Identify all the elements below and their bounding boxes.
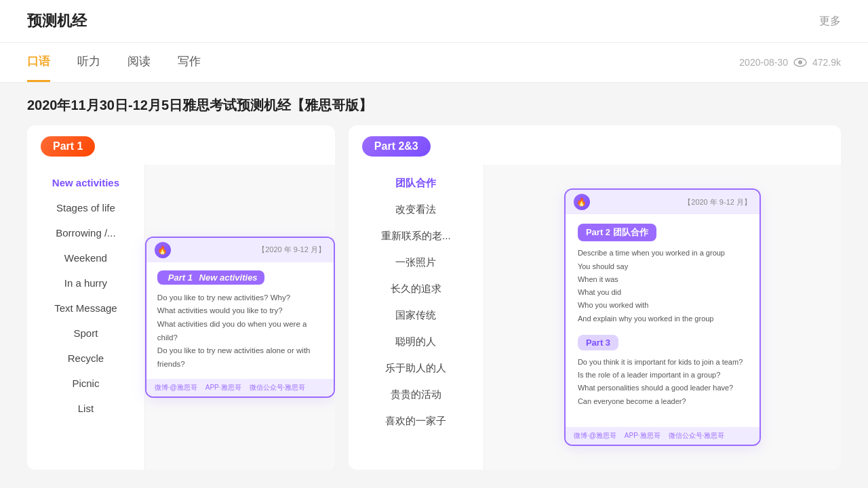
tab-writing[interactable]: 写作 (178, 43, 201, 82)
part23-wrapper: Part 2&3 团队合作 改变看法 重新联系的老... 一张照片 长久的追求 … (349, 125, 841, 470)
part23-card-date: 【2020 年 9-12 月】 (684, 197, 751, 207)
part1-card-body: Part 1 New activities Do you like to try… (146, 262, 334, 379)
card-flame-icon: 🔥 (155, 242, 171, 258)
part23-card-top: 🔥 【2020 年 9-12 月】 (566, 190, 760, 214)
part1-header: Part 1 (27, 125, 335, 165)
part3-questions: Do you think it is important for kids to… (578, 356, 747, 408)
tabs-meta: 2020-08-30 472.9k (739, 57, 841, 68)
sidebar-item-text-message[interactable]: Text Message (27, 296, 144, 321)
page-title: 预测机经 (27, 11, 87, 31)
part23-card-footer: 微博·@雅思哥 APP·雅思哥 微信公众号·雅思哥 (566, 427, 760, 445)
part1-card-label: Part 1 New activities (157, 270, 264, 285)
part1-body: New activities Stages of life Borrowing … (27, 165, 335, 470)
part1-preview-card: 🔥 【2020 年 9-12 月】 Part 1 New activities … (145, 237, 335, 398)
right-sidebar-item-reconnect[interactable]: 重新联系的老... (349, 223, 484, 249)
eye-icon (793, 58, 807, 67)
sidebar-item-weekend[interactable]: Weekend (27, 245, 144, 270)
right-sidebar-item-photo[interactable]: 一张照片 (349, 249, 484, 276)
sidebar-item-list[interactable]: List (27, 396, 144, 421)
date-label: 2020-08-30 (739, 57, 788, 68)
sidebar-item-sport[interactable]: Sport (27, 321, 144, 346)
tab-reading[interactable]: 阅读 (127, 43, 151, 82)
part1-panel: Part 1 New activities Stages of life Bor… (27, 125, 335, 470)
part23-card-preview: 🔥 【2020 年 9-12 月】 Part 2 团队合作 Describe a… (484, 165, 841, 470)
sidebar-item-recycle[interactable]: Recycle (27, 346, 144, 371)
part2-label: Part 2 团队合作 (578, 224, 656, 241)
part1-card-preview: 🔥 【2020 年 9-12 月】 Part 1 New activities … (145, 165, 335, 470)
part1-card-date: 【2020 年 9-12 月】 (258, 245, 326, 255)
part23-card-body: Part 2 团队合作 Describe a time when you wor… (566, 214, 760, 427)
part23-body: 团队合作 改变看法 重新联系的老... 一张照片 长久的追求 国家传统 聪明的人… (349, 165, 841, 470)
tabs-left: 口语 听力 阅读 写作 (27, 43, 201, 82)
tab-listening[interactable]: 听力 (77, 43, 100, 82)
part1-card-questions: Do you like to try new activities? Why? … (157, 291, 323, 371)
part23-badge: Part 2&3 (362, 136, 431, 157)
right-sidebar-item-helpful[interactable]: 乐于助人的人 (349, 355, 484, 382)
sidebar-item-new-activities[interactable]: New activities (27, 170, 144, 195)
sidebar-item-stages-of-life[interactable]: Stages of life (27, 195, 144, 220)
right-sidebar-item-tradition[interactable]: 国家传统 (349, 302, 484, 329)
right-sidebar-item-teamwork[interactable]: 团队合作 (349, 170, 484, 197)
views-label: 472.9k (812, 57, 841, 68)
card-flame-icon-2: 🔥 (574, 194, 590, 210)
part1-card-footer: 微博·@雅思哥 APP·雅思哥 微信公众号·雅思哥 (146, 379, 334, 396)
right-sidebar-item-smart[interactable]: 聪明的人 (349, 329, 484, 355)
part23-header: Part 2&3 (349, 125, 841, 165)
part23-sidebar: 团队合作 改变看法 重新联系的老... 一张照片 长久的追求 国家传统 聪明的人… (349, 165, 484, 470)
page-subtitle: 2020年11月30日-12月5日雅思考试预测机经【雅思哥版】 (0, 83, 868, 125)
right-sidebar-item-family[interactable]: 喜欢的一家子 (349, 408, 484, 434)
part1-card-top: 🔥 【2020 年 9-12 月】 (146, 238, 334, 262)
part1-sidebar: New activities Stages of life Borrowing … (27, 165, 145, 470)
sidebar-item-borrowing[interactable]: Borrowing /... (27, 220, 144, 245)
part1-badge: Part 1 (41, 136, 95, 157)
tab-speaking[interactable]: 口语 (27, 43, 50, 82)
right-sidebar-item-opinion[interactable]: 改变看法 (349, 197, 484, 223)
sidebar-item-in-a-hurry[interactable]: In a hurry (27, 270, 144, 296)
header: 预测机经 更多 (0, 0, 868, 43)
sidebar-item-picnic[interactable]: Picnic (27, 371, 144, 396)
content-area: Part 1 New activities Stages of life Bor… (0, 125, 868, 488)
part2-questions: Describe a time when you worked in a gro… (578, 247, 747, 325)
part23-preview-card: 🔥 【2020 年 9-12 月】 Part 2 团队合作 Describe a… (564, 188, 761, 446)
right-sidebar-item-expensive[interactable]: 贵贵的活动 (349, 382, 484, 408)
part23-panel: Part 2&3 团队合作 改变看法 重新联系的老... 一张照片 长久的追求 … (349, 125, 841, 470)
tabs-bar: 口语 听力 阅读 写作 2020-08-30 472.9k (0, 43, 868, 83)
svg-point-1 (798, 60, 802, 64)
more-button[interactable]: 更多 (819, 14, 841, 28)
part3-label: Part 3 (578, 335, 618, 350)
right-sidebar-item-pursuit[interactable]: 长久的追求 (349, 276, 484, 302)
